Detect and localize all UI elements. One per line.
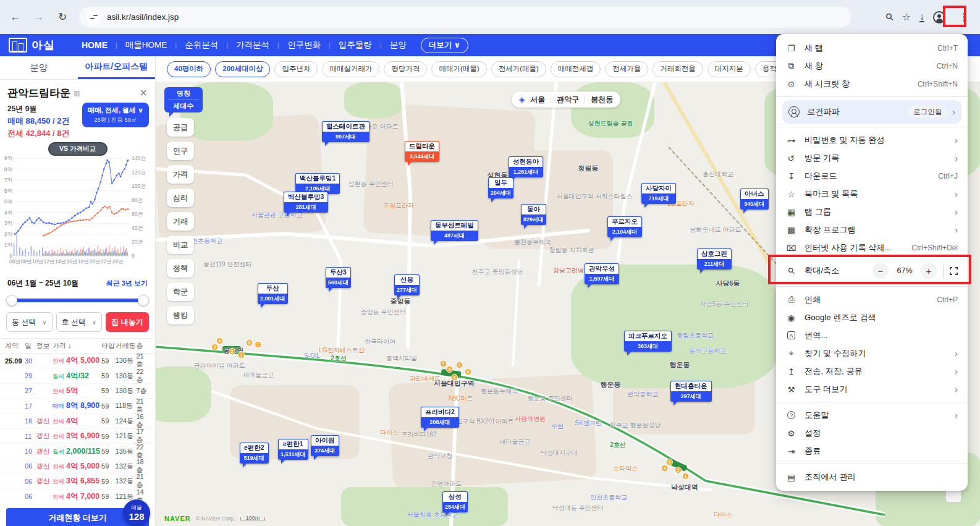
menu-item-북마크-및-목록[interactable]: ☆북마크 및 목록› (776, 185, 968, 203)
filter-pill-전세가율[interactable]: 전세가율 (605, 61, 648, 77)
map-tool-공급[interactable]: 공급 (167, 118, 194, 137)
back-icon[interactable]: ← (7, 9, 23, 25)
nav-more-button[interactable]: 더보기 ∨ (421, 38, 468, 53)
menu-item-방문-기록[interactable]: ↺방문 기록› (776, 149, 968, 167)
menu-item-번역-[interactable]: A번역... (776, 326, 968, 344)
map-tool-인구[interactable]: 인구 (167, 142, 194, 160)
map-tool-심리[interactable]: 심리 (167, 189, 194, 207)
map-tool-학군[interactable]: 학군 (167, 282, 194, 301)
table-row[interactable]: 29월세4억/3259130동22층 (0, 368, 155, 383)
table-row[interactable]: 17매매8억 8,90059118동21층 (0, 399, 155, 414)
memo-icon[interactable]: ▥ (74, 89, 80, 97)
listing-count-badge[interactable]: 매물 128 (123, 499, 150, 526)
breadcrumb-district[interactable]: 관악구 (557, 95, 579, 105)
menu-item-새-창[interactable]: ⧉새 창Ctrl+N (776, 57, 968, 75)
menu-item-조직에서-관리[interactable]: ▤조직에서 관리 (776, 468, 968, 486)
complex-flag-동아[interactable]: 동아829세대 (521, 204, 546, 225)
table-row[interactable]: 16갱신전세4억59124동16층 (0, 414, 155, 429)
close-panel-icon[interactable]: ✕ (140, 87, 148, 99)
table-row[interactable]: 06갱신전세3억 6,85559132동21층 (0, 474, 155, 489)
download-icon[interactable]: ↓ (919, 12, 924, 22)
complex-flag-삼성[interactable]: 삼성254세대 (442, 491, 468, 512)
complex-flag-사당자이[interactable]: 사당자이719세대 (641, 183, 676, 204)
nav-item-매물HOME[interactable]: 매물HOME (117, 40, 175, 51)
menu-item-설정[interactable]: ⚙설정 (776, 424, 968, 442)
menu-item-인터넷-사용-기록-삭제-[interactable]: ⌧인터넷 사용 기록 삭제...Ctrl+Shift+Del (776, 239, 968, 257)
complex-flag-드림타운[interactable]: 드림타운3,544세대 (405, 141, 439, 162)
bookmark-star-icon[interactable]: ☆ (902, 11, 911, 23)
forward-icon[interactable]: → (31, 9, 47, 25)
address-bar[interactable]: asil.kr/asil/index.jsp (79, 7, 851, 28)
complex-flag-프라비다2[interactable]: 프라비다2208세대 (421, 407, 459, 428)
menu-item-찾기-및-수정하기[interactable]: ⌖찾기 및 수정하기› (776, 344, 968, 362)
profile-avatar-icon[interactable] (933, 11, 945, 23)
slider-handle-start[interactable] (6, 295, 17, 306)
slider-track[interactable] (9, 299, 146, 302)
url-text[interactable]: asil.kr/asil/index.jsp (107, 12, 179, 22)
label-mode-name[interactable]: 명칭 (168, 89, 199, 100)
nav-item-분양[interactable]: 분양 (382, 40, 415, 51)
browser-menu-kebab-icon[interactable]: ⋮ (954, 11, 975, 24)
complex-flag-동부센트레빌[interactable]: 동부센트레빌487세대 (431, 220, 478, 241)
vs-compare-badge[interactable]: VS 가격비교 (48, 142, 108, 156)
menu-item-탭-그룹[interactable]: ▦탭 그룹› (776, 203, 968, 221)
site-settings-icon[interactable] (87, 10, 101, 25)
menu-item-비밀번호-및-자동-완성[interactable]: ⊶비밀번호 및 자동 완성› (776, 131, 968, 149)
menu-item-도구-더보기[interactable]: ⚒도구 더보기› (776, 380, 968, 398)
complex-flag-아이원[interactable]: 아이원374세대 (311, 435, 339, 456)
asil-logo[interactable]: 아실 (9, 38, 55, 53)
nav-item-가격분석[interactable]: 가격분석 (228, 40, 277, 51)
tab-아파트/오피스텔[interactable]: 아파트/오피스텔 (78, 56, 156, 79)
complex-flag-두산[interactable]: 두산2,001세대 (258, 283, 288, 304)
list-home-button[interactable]: 집 내놓기 (106, 312, 149, 332)
filter-pill-200세대이상[interactable]: 200세대이상 (215, 61, 270, 77)
table-row[interactable]: 25.0930전세4억 5,00059130동21층 (0, 354, 155, 368)
zoom-in-page-icon[interactable]: ⚲ (883, 11, 897, 24)
map-tool-거래[interactable]: 거래 (167, 212, 194, 231)
fullscreen-icon[interactable] (950, 267, 958, 275)
map-tool-정책[interactable]: 정책 (167, 259, 194, 278)
filter-pill-전세가(매물)[interactable]: 전세가(매물) (491, 61, 546, 77)
menu-item-전송-저장-공유[interactable]: ↥전송, 저장, 공유› (776, 362, 968, 380)
complex-flag-아너스[interactable]: 아너스340세대 (740, 189, 769, 210)
table-row[interactable]: 06갱신전세4억 5,00059132동18층 (0, 459, 155, 474)
breadcrumb-neighborhood[interactable]: 봉천동 (591, 95, 613, 105)
filter-pill-매매가(매물)[interactable]: 매매가(매물) (431, 61, 486, 77)
complex-flag-e편한2[interactable]: e편한2519세대 (240, 443, 269, 464)
complex-flag-신봉[interactable]: 신봉277세대 (394, 274, 420, 295)
dong-select[interactable]: 동 선택∨ (6, 312, 53, 332)
filter-pill-대지지분[interactable]: 대지지분 (708, 61, 751, 77)
complex-flag-성현동아[interactable]: 성현동아1,261세대 (509, 156, 543, 177)
zoom-out-button[interactable]: − (872, 263, 889, 279)
complex-flag-두산3[interactable]: 두산3560세대 (326, 267, 351, 288)
nav-item-인구변화[interactable]: 인구변화 (279, 40, 329, 51)
map-tool-가격[interactable]: 가격 (167, 165, 194, 184)
slider-handle-end[interactable] (138, 295, 149, 306)
menu-item-종료[interactable]: ⇥종료 (776, 442, 968, 460)
filter-pill-입주년차[interactable]: 입주년차 (274, 61, 318, 77)
tab-분양[interactable]: 분양 (0, 56, 78, 79)
zoom-in-button[interactable]: + (921, 263, 937, 279)
ho-select[interactable]: 호 선택∨ (56, 312, 103, 332)
complex-flag-백산블루밍3[interactable]: 백산블루밍3281세대 (284, 192, 328, 213)
menu-item-도움말[interactable]: ?도움말› (776, 406, 968, 424)
deal-type-select-button[interactable]: 매매, 전세, 월세 ∨ 25평 | 전용 59㎡ (82, 103, 149, 127)
profile-menu-item[interactable]: 로건파파 로그인됨 › (782, 100, 961, 124)
table-row[interactable]: 11갱신전세3억 6,90059121동17층 (0, 429, 155, 444)
nav-item-순위분석[interactable]: 순위분석 (177, 40, 226, 51)
complex-flag-관악우성[interactable]: 관악우성1,597세대 (585, 263, 619, 284)
complex-flag-일두[interactable]: 일두204세대 (488, 177, 513, 198)
map-tool-비교[interactable]: 비교 (167, 235, 194, 254)
complex-flag-백산블루밍1[interactable]: 백산블루밍12,105세대 (295, 173, 340, 194)
complex-flag-푸르지오[interactable]: 푸르지오2,104세대 (607, 216, 642, 237)
complex-flag-e편한1[interactable]: e편한11,531세대 (278, 439, 308, 460)
table-row[interactable]: 27전세5억59130동7층 (0, 384, 155, 399)
complex-flag-현대홈타운[interactable]: 현대홈타운297세대 (670, 381, 712, 402)
nav-item-입주물량[interactable]: 입주물량 (331, 40, 380, 51)
menu-item-인쇄[interactable]: ⎙인쇄Ctrl+P (776, 291, 968, 308)
menu-item-Google-렌즈로-검색[interactable]: ◉Google 렌즈로 검색 (776, 308, 968, 326)
label-mode-tooltip[interactable]: 명칭 세대수 (164, 87, 203, 112)
menu-item-새-탭[interactable]: ❐새 탭Ctrl+T (776, 39, 968, 57)
complex-flag-힐스테이트관[interactable]: 힐스테이트관997세대 (322, 121, 370, 142)
label-mode-households[interactable]: 세대수 (164, 101, 203, 111)
